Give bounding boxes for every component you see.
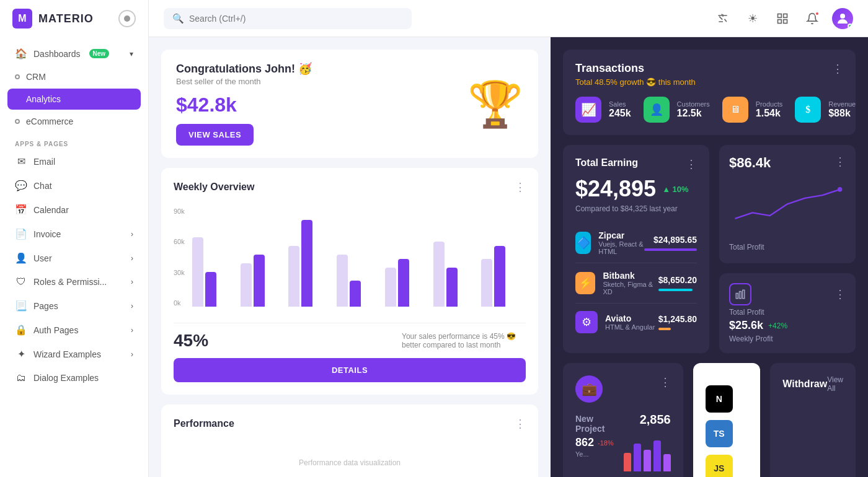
sidebar-item-ecommerce[interactable]: eCommerce	[7, 111, 141, 132]
stat-label: Products	[756, 100, 782, 108]
earning-growth-badge: ▲ 10%	[662, 185, 689, 194]
invoice-icon: 📄	[15, 228, 27, 240]
search-input[interactable]	[189, 14, 403, 24]
zipcar-sub: Vuejs, React & HTML	[598, 240, 644, 255]
profit-value-row: $25.6k +42%	[729, 319, 846, 332]
withdraw-view-all[interactable]: View All	[827, 375, 843, 393]
bitbank-amount: $8,650.20	[658, 275, 697, 291]
zipcar-logo: 🔷	[575, 232, 591, 254]
mini-bar-5	[663, 454, 671, 471]
menu-dots-icon[interactable]: ⋮	[835, 155, 846, 168]
earning-title: Total Earning	[575, 157, 638, 168]
sidebar-item-dialog[interactable]: 🗂 Dialog Examples	[7, 367, 141, 389]
sidebar-item-chat[interactable]: 💬 Chat	[7, 174, 141, 197]
profit-change-badge: +42%	[768, 322, 787, 330]
stat-sales: 📈 Sales 245k	[575, 97, 631, 123]
sidebar-item-dashboards[interactable]: 🏠 Dashboards New ▾	[7, 42, 141, 65]
bitbank-bar	[658, 289, 693, 291]
sidebar-item-crm[interactable]: CRM	[7, 66, 141, 87]
earning-value-text: $24,895	[575, 176, 656, 202]
sidebar-item-user[interactable]: 👤 User ›	[7, 247, 141, 269]
new-project-icon: 💼	[575, 375, 603, 403]
menu-dots-icon[interactable]: ⋮	[832, 62, 843, 76]
stat-customers-data: Customers 12.5k	[677, 100, 710, 119]
user-icon: 👤	[15, 252, 27, 264]
sidebar-item-label: Invoice	[33, 229, 61, 239]
profit-chart-icon	[729, 283, 751, 305]
sidebar-item-wizard[interactable]: ✦ Wizard Examples ›	[7, 343, 141, 365]
view-sales-button[interactable]: VIEW SALES	[176, 124, 254, 146]
new-project-body: New Project 862 -18% Ye... 2,856	[575, 413, 671, 471]
sidebar-item-label: Calendar	[33, 205, 69, 215]
aviato-amount: $1,245.80	[658, 314, 697, 330]
bar-light	[288, 246, 299, 307]
sidebar-item-invoice[interactable]: 📄 Invoice ›	[7, 222, 141, 245]
nav-dot-icon	[15, 119, 20, 124]
aviato-info: Aviato HTML & Angular	[605, 313, 655, 331]
bar-primary	[350, 281, 361, 307]
bell-icon[interactable]	[802, 9, 822, 28]
y-label: 60k	[174, 238, 185, 245]
mini-bar-1	[624, 453, 631, 471]
menu-dots-icon[interactable]: ⋮	[686, 157, 697, 171]
menu-dots-icon[interactable]: ⋮	[515, 417, 526, 431]
search-box[interactable]: 🔍	[164, 8, 412, 29]
sidebar-item-auth[interactable]: 🔒 Auth Pages ›	[7, 318, 141, 341]
typescript-logo: TS	[706, 420, 733, 447]
details-button[interactable]: DETAILS	[174, 358, 526, 382]
sidebar-item-analytics[interactable]: Analytics	[7, 89, 141, 110]
new-project-title: New Project	[575, 414, 614, 434]
total-earning-card: Total Earning ⋮ $24,895 ▲ 10% Compared t…	[563, 145, 709, 353]
bottom-row: 💼 ⋮ New Project 862 -18% Ye...	[563, 363, 856, 477]
dialog-icon: 🗂	[15, 372, 27, 383]
bar-group	[192, 237, 237, 307]
chevron-right-icon: ›	[131, 302, 133, 310]
sidebar-item-calendar[interactable]: 📅 Calendar	[7, 198, 141, 221]
aviato-sub: HTML & Angular	[605, 323, 655, 331]
pages-icon: 📃	[15, 300, 27, 312]
sales-icon: 📈	[575, 97, 601, 123]
mini-bar-2	[634, 444, 641, 471]
wizard-icon: ✦	[15, 348, 27, 360]
congrats-card: Congratulations John! 🥳 Best seller of t…	[161, 50, 538, 158]
translate-icon[interactable]	[713, 9, 733, 28]
mini-bar-3	[644, 450, 651, 471]
grid-icon[interactable]	[773, 9, 792, 28]
sidebar-item-label: Roles & Permissi...	[33, 277, 107, 287]
bitbank-sub: Sketch, Figma & XD	[603, 281, 658, 295]
weekly-header: Weekly Overview ⋮	[174, 180, 526, 194]
svg-rect-3	[784, 19, 787, 23]
bar-light	[241, 263, 252, 307]
chevron-right-icon: ›	[131, 254, 133, 263]
transactions-growth-text: Total 48.5% growth	[575, 77, 644, 87]
menu-dots-icon[interactable]: ⋮	[515, 180, 526, 194]
avatar[interactable]	[832, 8, 853, 29]
sidebar-item-label: CRM	[26, 72, 46, 82]
menu-dots-icon[interactable]: ⋮	[835, 287, 846, 301]
record-button[interactable]	[118, 10, 136, 27]
zipcar-value: $24,895.65	[644, 235, 697, 245]
earning-compare: Compared to $84,325 last year	[575, 204, 697, 213]
new-project-sub-value: 862	[575, 436, 594, 449]
chart-y-axis: 90k 60k 30k 0k	[174, 208, 190, 307]
nextjs-logo: N	[706, 385, 733, 413]
theme-icon[interactable]: ☀	[743, 9, 763, 28]
bar-group	[241, 255, 285, 307]
sidebar-item-email[interactable]: ✉ Email	[7, 150, 141, 173]
menu-dots-icon[interactable]: ⋮	[660, 375, 671, 389]
chart-percent-group: 45%	[174, 331, 208, 351]
sidebar-header: M MATERIO	[0, 0, 148, 37]
earning-row-aviato: ⚙ Aviato HTML & Angular $1,245.80	[575, 304, 697, 341]
mini-bar-4	[653, 440, 661, 471]
sidebar-item-roles[interactable]: 🛡 Roles & Permissi... ›	[7, 271, 141, 293]
stat-products: 🖥 Products 1.54k	[722, 97, 782, 123]
profit-graph-value: $86.4k	[729, 155, 771, 171]
sidebar-item-pages[interactable]: 📃 Pages ›	[7, 294, 141, 317]
svg-rect-6	[736, 294, 738, 299]
svg-rect-8	[743, 290, 745, 299]
topbar: 🔍 ☀	[149, 0, 868, 37]
logo-icon: M	[12, 9, 32, 28]
bitbank-name: Bitbank	[603, 271, 658, 281]
weekly-chart: 90k 60k 30k 0k	[174, 201, 526, 313]
growth-emoji: 😎	[646, 77, 658, 87]
